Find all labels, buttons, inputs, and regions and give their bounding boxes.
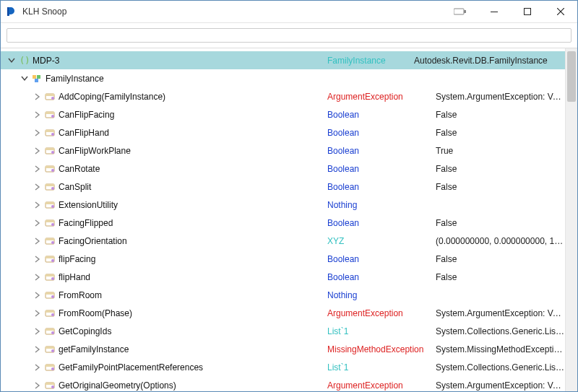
svg-point-11 — [51, 97, 54, 100]
property-row[interactable]: AddCoping(FamilyInstance)ArgumentExcepti… — [1, 87, 565, 105]
expand-icon[interactable] — [33, 362, 43, 373]
property-value: System.ArgumentException: Value does not… — [436, 308, 565, 318]
property-icon — [44, 199, 56, 211]
svg-rect-22 — [46, 166, 54, 168]
svg-rect-2 — [464, 10, 466, 13]
close-button[interactable] — [544, 1, 577, 22]
property-row[interactable]: flipFacingBooleanFalse — [1, 250, 565, 268]
svg-rect-10 — [46, 94, 54, 96]
property-row[interactable]: CanFlipHandBooleanFalse — [1, 123, 565, 141]
property-value: System.Collections.Generic.List`1[Autode… — [436, 362, 565, 373]
property-tree[interactable]: () MDP-3 FamilyInstance Autodesk.Revit.D… — [1, 48, 565, 391]
property-row[interactable]: getFamilyInstanceMissingMethodExceptionS… — [1, 340, 565, 358]
property-name: CanFlipHand — [59, 128, 109, 138]
property-row[interactable]: CanRotateBooleanFalse — [1, 160, 565, 178]
property-type: ArgumentException — [327, 92, 403, 102]
property-value: False — [436, 254, 457, 264]
rows-host: AddCoping(FamilyInstance)ArgumentExcepti… — [1, 87, 565, 391]
property-name: CanRotate — [59, 164, 100, 174]
root-type: FamilyInstance — [327, 56, 386, 66]
expand-icon[interactable] — [33, 254, 43, 264]
svg-rect-58 — [46, 383, 54, 385]
svg-rect-49 — [46, 328, 54, 331]
property-row[interactable]: GetCopingIdsList`1System.Collections.Gen… — [1, 322, 565, 340]
svg-rect-31 — [46, 220, 54, 222]
scrollbar-thumb[interactable] — [567, 51, 576, 102]
property-icon — [44, 289, 56, 301]
svg-rect-3 — [491, 12, 498, 12]
property-name: CanFlipFacing — [59, 110, 114, 120]
svg-rect-6 — [33, 75, 36, 79]
property-value: System.ArgumentException: Value does not… — [436, 92, 565, 102]
property-row[interactable]: GetOriginalGeometry(Options)ArgumentExce… — [1, 376, 565, 391]
property-type: Boolean — [327, 128, 359, 138]
class-icon — [31, 73, 43, 84]
tree-group-row[interactable]: FamilyInstance — [1, 69, 565, 87]
property-row[interactable]: FromRoom(Phase)ArgumentExceptionSystem.A… — [1, 304, 565, 322]
expand-icon[interactable] — [33, 344, 43, 354]
expand-icon[interactable] — [33, 182, 43, 192]
svg-point-53 — [51, 349, 54, 352]
property-row[interactable]: ExtensionUtilityNothing — [1, 196, 565, 214]
property-icon — [44, 145, 56, 157]
svg-point-56 — [51, 367, 54, 370]
property-name: GetCopingIds — [59, 326, 111, 336]
property-type: Boolean — [327, 110, 359, 120]
property-type: ArgumentException — [327, 380, 403, 391]
property-type: List`1 — [327, 326, 348, 336]
property-icon — [44, 217, 56, 229]
expand-icon[interactable] — [33, 218, 43, 228]
svg-rect-25 — [46, 184, 54, 186]
property-value: False — [436, 182, 457, 192]
property-icon — [44, 344, 56, 355]
expand-icon[interactable] — [33, 92, 43, 102]
expand-icon[interactable] — [33, 164, 43, 174]
svg-point-44 — [51, 295, 54, 298]
collapse-icon[interactable] — [20, 74, 30, 84]
title-bar: KLH Snoop — [1, 1, 577, 23]
property-row[interactable]: FromRoomNothing — [1, 286, 565, 304]
property-value: False — [436, 218, 457, 228]
expand-icon[interactable] — [33, 236, 43, 246]
root-full-type: Autodesk.Revit.DB.FamilyInstance — [414, 56, 548, 66]
property-name: FromRoom — [59, 290, 102, 300]
minimize-button[interactable] — [478, 1, 511, 22]
expand-icon[interactable] — [33, 146, 43, 156]
expand-icon[interactable] — [33, 110, 43, 120]
expand-icon[interactable] — [33, 308, 43, 318]
search-input[interactable] — [7, 28, 571, 43]
property-row[interactable]: FacingFlippedBooleanFalse — [1, 214, 565, 232]
property-name: AddCoping(FamilyInstance) — [59, 92, 165, 102]
property-row[interactable]: CanFlipWorkPlaneBooleanTrue — [1, 141, 565, 160]
svg-rect-34 — [46, 238, 54, 240]
property-icon — [44, 326, 56, 337]
property-name: flipFacing — [59, 254, 95, 264]
group-name: FamilyInstance — [46, 74, 104, 84]
expand-icon[interactable] — [33, 272, 43, 282]
property-value: System.Collections.Generic.List`1[Autode… — [436, 326, 565, 336]
property-type: ArgumentException — [327, 308, 403, 318]
expand-icon[interactable] — [33, 326, 43, 336]
expand-icon[interactable] — [33, 380, 43, 391]
expand-icon[interactable] — [33, 200, 43, 210]
overflow-icon[interactable] — [450, 1, 470, 22]
svg-rect-55 — [46, 365, 54, 367]
property-row[interactable]: FacingOrientationXYZ(0.000000000, 0.0000… — [1, 232, 565, 250]
svg-point-23 — [51, 169, 54, 172]
property-row[interactable]: flipHandBooleanFalse — [1, 268, 565, 286]
property-type: Boolean — [327, 164, 359, 174]
property-value: False — [436, 164, 457, 174]
property-type: Boolean — [327, 272, 359, 282]
expand-icon[interactable] — [33, 290, 43, 300]
property-row[interactable]: CanSplitBooleanFalse — [1, 178, 565, 196]
property-row[interactable]: CanFlipFacingBooleanFalse — [1, 105, 565, 123]
expand-icon[interactable] — [33, 128, 43, 138]
property-icon — [44, 271, 56, 283]
tree-root-row[interactable]: () MDP-3 FamilyInstance Autodesk.Revit.D… — [1, 51, 565, 69]
collapse-icon[interactable] — [7, 56, 17, 66]
svg-rect-1 — [454, 9, 464, 14]
property-row[interactable]: GetFamilyPointPlacementReferencesList`1S… — [1, 358, 565, 376]
vertical-scrollbar[interactable] — [565, 48, 577, 391]
maximize-button[interactable] — [511, 1, 544, 22]
property-value: False — [436, 110, 457, 120]
